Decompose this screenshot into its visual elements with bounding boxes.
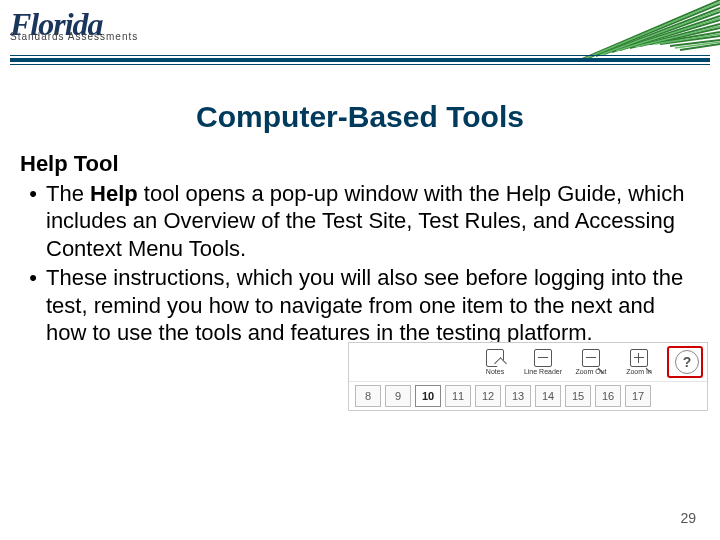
notes-tool[interactable]: Notes (471, 349, 519, 375)
page-number: 29 (680, 510, 696, 526)
nav-item-12[interactable]: 12 (475, 385, 501, 407)
line-reader-label: Line Reader (524, 368, 562, 375)
bullet-item: • These instructions, which you will als… (20, 264, 700, 347)
zoom-in-icon (630, 349, 648, 367)
section-heading: Help Tool (20, 150, 700, 178)
toolbar-screenshot: Notes Line Reader Zoom Out Zoom In ? 8 (348, 342, 708, 411)
header-divider (10, 55, 710, 65)
zoom-in-tool[interactable]: Zoom In (615, 349, 663, 375)
item-nav-row: 8 9 10 11 12 13 14 15 16 17 (349, 382, 707, 410)
help-highlight: ? (667, 346, 703, 378)
brand-subtitle: Standards Assessments (10, 31, 138, 42)
body-text: Help Tool • The Help tool opens a pop-up… (20, 150, 700, 347)
nav-item-14[interactable]: 14 (535, 385, 561, 407)
bullet-item: • The Help tool opens a pop-up window wi… (20, 180, 700, 263)
line-reader-icon (534, 349, 552, 367)
nav-item-16[interactable]: 16 (595, 385, 621, 407)
notes-label: Notes (486, 368, 504, 375)
bullet-text: The Help tool opens a pop-up window with… (46, 180, 700, 263)
zoom-out-icon (582, 349, 600, 367)
nav-item-9[interactable]: 9 (385, 385, 411, 407)
nav-item-13[interactable]: 13 (505, 385, 531, 407)
help-button[interactable]: ? (675, 350, 699, 374)
nav-item-8[interactable]: 8 (355, 385, 381, 407)
bullet-text: These instructions, which you will also … (46, 264, 700, 347)
slide-title: Computer-Based Tools (0, 100, 720, 134)
line-reader-tool[interactable]: Line Reader (519, 349, 567, 375)
nav-item-11[interactable]: 11 (445, 385, 471, 407)
notes-icon (486, 349, 504, 367)
toolbar-row: Notes Line Reader Zoom Out Zoom In ? (349, 343, 707, 382)
zoom-out-tool[interactable]: Zoom Out (567, 349, 615, 375)
help-icon: ? (683, 354, 692, 370)
bullet-marker: • (20, 180, 46, 263)
nav-item-10[interactable]: 10 (415, 385, 441, 407)
nav-item-15[interactable]: 15 (565, 385, 591, 407)
bullet-list: • The Help tool opens a pop-up window wi… (20, 180, 700, 347)
bullet-marker: • (20, 264, 46, 347)
nav-item-17[interactable]: 17 (625, 385, 651, 407)
brand-logo: Florida Standards Assessments (10, 6, 138, 42)
